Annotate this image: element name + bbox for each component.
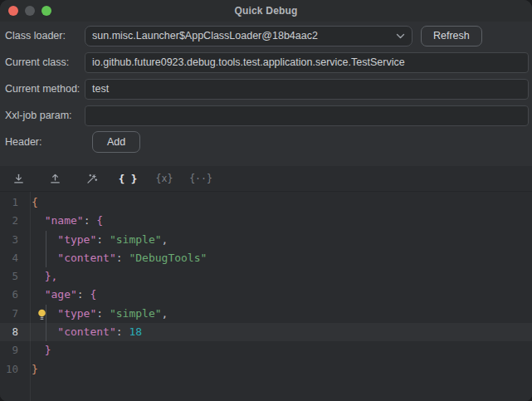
- indent-guide: [46, 231, 46, 268]
- line-number: 7: [0, 305, 18, 323]
- zoom-button[interactable]: [41, 6, 51, 16]
- editor-line[interactable]: 1{: [0, 193, 532, 212]
- json-x-icon[interactable]: {x}: [154, 169, 174, 188]
- class-loader-combobox[interactable]: sun.misc.Launcher$AppClassLoader@18b4aac…: [85, 26, 412, 46]
- editor-line[interactable]: 2 "name": {: [0, 212, 532, 230]
- xxl-job-param-row: Xxl-job param:: [0, 105, 529, 126]
- line-number: 9: [0, 341, 18, 359]
- current-class-row: Current class: io.github.future0923.debu…: [0, 51, 529, 73]
- code-text: "type": "simple",: [18, 231, 168, 249]
- line-number: 6: [0, 286, 18, 304]
- current-class-label: Current class:: [0, 56, 85, 68]
- window-title: Quick Debug: [234, 5, 297, 17]
- import-download-icon[interactable]: [8, 169, 28, 188]
- editor-line[interactable]: 10}: [0, 360, 532, 379]
- line-number: 10: [0, 360, 18, 379]
- code-text: "age": {: [18, 286, 96, 304]
- xxl-job-param-label: Xxl-job param:: [0, 110, 85, 121]
- editor-line[interactable]: 3 "type": "simple",: [0, 231, 532, 249]
- editor-line[interactable]: 6 "age": {: [0, 286, 532, 304]
- code-text: },: [18, 267, 57, 286]
- json-format-icon[interactable]: { }: [118, 169, 138, 188]
- magic-wand-icon[interactable]: [81, 169, 101, 188]
- editor-line[interactable]: 4 "content": "DebugTools": [0, 249, 532, 267]
- chevron-down-icon: [396, 33, 405, 39]
- class-loader-value: sun.misc.Launcher$AppClassLoader@18b4aac…: [92, 30, 391, 42]
- xxl-job-param-field[interactable]: [85, 105, 529, 126]
- editor-line[interactable]: 8 "content": 18: [0, 323, 532, 341]
- titlebar[interactable]: Quick Debug: [0, 0, 532, 22]
- class-loader-label: Class loader:: [0, 30, 85, 42]
- line-number: 5: [0, 267, 18, 286]
- editor-toolbar: { } {x} {··}: [0, 166, 532, 192]
- current-class-field[interactable]: io.github.future0923.debug.tools.test.ap…: [85, 52, 529, 73]
- line-number: 8: [0, 323, 18, 341]
- line-number: 3: [0, 231, 18, 249]
- refresh-button[interactable]: Refresh: [421, 26, 482, 46]
- intention-bulb-icon[interactable]: [37, 308, 46, 326]
- export-upload-icon[interactable]: [45, 169, 65, 188]
- editor-line[interactable]: 7 "type": "simple",: [0, 305, 532, 323]
- current-method-value: test: [92, 83, 109, 95]
- header-label: Header:: [0, 136, 85, 148]
- current-method-label: Current method:: [0, 83, 85, 95]
- code-text: {: [18, 193, 38, 212]
- line-number: 4: [0, 249, 18, 267]
- json-editor[interactable]: 1{2 "name": {3 "type": "simple",4 "conte…: [0, 192, 532, 401]
- close-button[interactable]: [8, 6, 18, 16]
- code-text: }: [18, 341, 51, 359]
- debug-form: Class loader: sun.misc.Launcher$AppClass…: [0, 22, 532, 166]
- editor-line[interactable]: 5 },: [0, 267, 532, 286]
- json-dots-icon[interactable]: {··}: [191, 169, 211, 188]
- add-header-button[interactable]: Add: [92, 131, 140, 153]
- line-number: 2: [0, 212, 18, 230]
- code-text: }: [18, 360, 38, 379]
- traffic-lights: [8, 0, 51, 22]
- minimize-button[interactable]: [25, 6, 35, 16]
- current-method-row: Current method: test: [0, 78, 529, 100]
- header-row: Header: Add: [0, 131, 529, 153]
- line-number: 1: [0, 193, 18, 212]
- editor-lines: 1{2 "name": {3 "type": "simple",4 "conte…: [0, 193, 532, 379]
- code-text: "name": {: [18, 212, 103, 230]
- current-class-value: io.github.future0923.debug.tools.test.ap…: [92, 56, 405, 68]
- class-loader-row: Class loader: sun.misc.Launcher$AppClass…: [0, 25, 529, 46]
- editor-line[interactable]: 9 }: [0, 341, 532, 359]
- code-text: "content": "DebugTools": [18, 249, 207, 267]
- current-method-field[interactable]: test: [85, 79, 529, 100]
- quick-debug-dialog: Quick Debug Class loader: sun.misc.Launc…: [0, 0, 532, 401]
